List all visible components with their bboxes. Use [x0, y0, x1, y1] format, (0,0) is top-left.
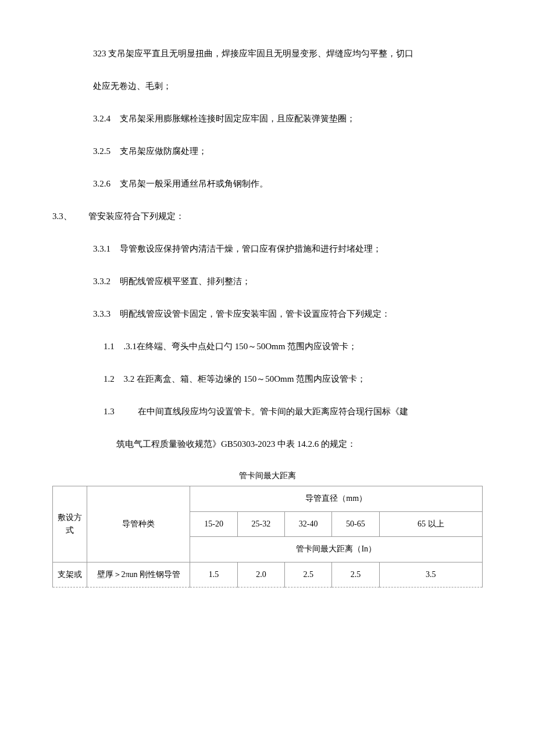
distance-table: 敷设方式 导管种类 导管直径（mm） 15-20 25-32 32-40 50-…: [52, 486, 483, 587]
text-331: 导管敷设应保持管内清洁干燥，管口应有保护措施和进行封堵处理；: [120, 244, 381, 253]
text-332: 明配线管应横平竖直、排列整洁；: [120, 277, 251, 286]
num-113: 1.1: [104, 342, 115, 351]
header-dist: 管卡间最大距离（In）: [190, 537, 483, 562]
num-326: 3.2.6: [93, 179, 110, 188]
table-title: 管卡间最大距离: [52, 470, 483, 482]
paragraph-113: 1.1 .3.1在终端、弯头中点处口勺 150～50Omm 范围内应设管卡；: [52, 339, 483, 353]
diam-range-4: 65 以上: [379, 511, 482, 536]
text-13-cont: 筑电气工程质量验收规范》GB50303-2023 中表 14.2.6 的规定：: [116, 439, 356, 449]
paragraph-123: 1.2 3.2 在距离盒、箱、柜等边缘的 150～50Omm 范围内应设管卡；: [52, 372, 483, 386]
table-header-row-1: 敷设方式 导管种类 导管直径（mm）: [53, 486, 483, 511]
num-331: 3.3.1: [93, 244, 110, 253]
text-13: 在中间直线段应均匀设置管卡。管卡间的最大距离应符合现行国标《建: [138, 407, 408, 416]
section-33: 3.3、 管安装应符合下列规定：: [52, 209, 483, 223]
num-333: 3.3.3: [93, 309, 110, 318]
num-13: 1.3: [104, 407, 115, 416]
diam-range-0: 15-20: [190, 511, 237, 536]
num-325: 3.2.5: [93, 146, 110, 156]
cell-val-0-0: 1.5: [190, 562, 237, 587]
header-diam: 导管直径（mm）: [190, 486, 483, 511]
text-324: 支吊架采用膨胀螺栓连接时固定应牢固，且应配装弹簧垫圈；: [120, 114, 355, 123]
header-kind: 导管种类: [87, 486, 190, 562]
text-33: 管安装应符合下列规定：: [88, 212, 184, 221]
cell-layout-0: 支架或: [53, 562, 87, 587]
num-33: 3.3、: [52, 212, 72, 221]
paragraph-326: 3.2.6 支吊架一般采用通丝吊杆或角钢制作。: [52, 177, 483, 191]
text-123: 3.2 在距离盒、箱、柜等边缘的 150～50Omm 范围内应设管卡；: [124, 374, 366, 384]
diam-range-3: 50-65: [332, 511, 379, 536]
header-layout: 敷设方式: [53, 486, 87, 562]
paragraph-325: 3.2.5 支吊架应做防腐处理；: [52, 144, 483, 158]
text-113: .3.1在终端、弯头中点处口勺 150～50Omm 范围内应设管卡；: [124, 342, 358, 351]
paragraph-13: 1.3 在中间直线段应均匀设置管卡。管卡间的最大距离应符合现行国标《建: [52, 404, 483, 418]
paragraph-323-cont: 处应无卷边、毛刺；: [52, 79, 483, 93]
para-323-text: 323 支吊架应平直且无明显扭曲，焊接应牢固且无明显变形、焊缝应均匀平整，切口: [93, 49, 413, 58]
paragraph-323: 323 支吊架应平直且无明显扭曲，焊接应牢固且无明显变形、焊缝应均匀平整，切口: [52, 46, 483, 60]
text-325: 支吊架应做防腐处理；: [120, 146, 207, 156]
num-324: 3.2.4: [93, 114, 110, 123]
cell-kind-0: 壁厚＞2πun 刚性钢导管: [87, 562, 190, 587]
cell-val-0-1: 2.0: [237, 562, 284, 587]
para-323-cont-text: 处应无卷边、毛刺；: [93, 81, 172, 91]
diam-range-2: 32-40: [285, 511, 332, 536]
paragraph-324: 3.2.4 支吊架采用膨胀螺栓连接时固定应牢固，且应配装弹簧垫圈；: [52, 112, 483, 126]
paragraph-331: 3.3.1 导管敷设应保持管内清洁干燥，管口应有保护措施和进行封堵处理；: [52, 242, 483, 256]
diam-range-1: 25-32: [237, 511, 284, 536]
paragraph-333: 3.3.3 明配线管应设管卡固定，管卡应安装牢固，管卡设置应符合下列规定：: [52, 307, 483, 321]
paragraph-332: 3.3.2 明配线管应横平竖直、排列整洁；: [52, 274, 483, 288]
text-333: 明配线管应设管卡固定，管卡应安装牢固，管卡设置应符合下列规定：: [120, 309, 390, 318]
cell-val-0-2: 2.5: [285, 562, 332, 587]
cell-val-0-4: 3.5: [379, 562, 482, 587]
paragraph-13-cont: 筑电气工程质量验收规范》GB50303-2023 中表 14.2.6 的规定：: [52, 437, 483, 451]
table-row: 支架或 壁厚＞2πun 刚性钢导管 1.5 2.0 2.5 2.5 3.5: [53, 562, 483, 587]
text-326: 支吊架一般采用通丝吊杆或角钢制作。: [120, 179, 268, 188]
num-332: 3.3.2: [93, 277, 110, 286]
cell-val-0-3: 2.5: [332, 562, 379, 587]
num-123: 1.2: [104, 374, 115, 384]
